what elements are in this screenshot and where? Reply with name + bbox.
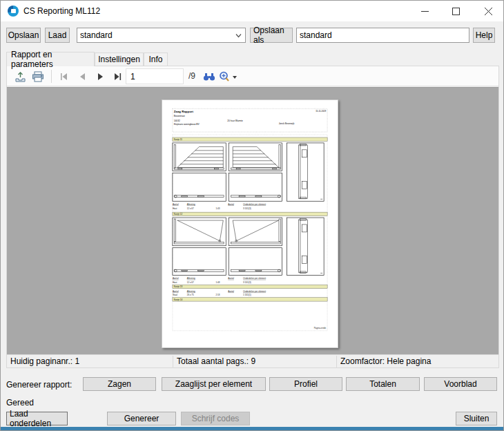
save-button-label: Opslaan: [8, 30, 39, 40]
zaaglijst-button-label: Zaaglijst per element: [175, 379, 252, 389]
report-page-canvas: Zaag Rapport 15-11-2019 Bouwstraat 14032…: [162, 100, 338, 347]
svg-text:1:43: 1:43: [215, 207, 220, 210]
report-project: 20 huur Warmte: [227, 119, 243, 122]
load-button-label: Laad: [48, 30, 67, 40]
schrijf-codes-button: Schrijf codes: [181, 412, 250, 425]
tab-label: Info: [148, 55, 162, 64]
binoculars-icon: [203, 72, 215, 82]
voorblad-button[interactable]: Voorblad: [424, 377, 497, 391]
tab-instellingen[interactable]: Instellingen: [95, 52, 144, 66]
profile-combobox[interactable]: standard: [77, 28, 246, 43]
last-page-button[interactable]: [112, 70, 124, 83]
last-page-icon: [114, 73, 122, 80]
minimize-icon: [421, 8, 429, 15]
window-title: CS Reporting ML112: [23, 1, 100, 21]
svg-text:Hout: Hout: [173, 207, 177, 210]
status-zoom-factor: Zoomfactor: Hele pagina: [337, 355, 498, 367]
next-page-icon: [97, 73, 104, 80]
maximize-button[interactable]: [440, 1, 472, 21]
section-bar-3: Kozijn 13: [173, 285, 327, 288]
svg-text:26 x 75: 26 x 75: [187, 294, 194, 296]
svg-text:Aantal: Aantal: [173, 203, 179, 206]
svg-text:Onderdelen per element: Onderdelen per element: [243, 290, 266, 293]
svg-text:12 x 67: 12 x 67: [187, 281, 194, 284]
svg-text:Hout: Hout: [173, 281, 177, 284]
report-contact: Jorick Beverwijk: [279, 122, 295, 125]
zaaglijst-per-element-button[interactable]: Zaaglijst per element: [162, 377, 266, 391]
summary-table-1: Aantal Afmeting Aantal Onderdelen per el…: [173, 203, 266, 210]
export-button[interactable]: [14, 70, 26, 83]
page-number-input[interactable]: [126, 68, 184, 84]
report-date: 15-11-2019: [316, 110, 326, 113]
section-bar-label: Kozijn 13: [174, 285, 183, 288]
printer-icon: [32, 71, 44, 82]
export-icon: [14, 71, 26, 82]
section-bar-label: Kozijn 14: [174, 298, 183, 301]
zoom-button[interactable]: [218, 70, 239, 83]
minimize-button[interactable]: [409, 1, 440, 21]
chevron-down-icon: [235, 33, 242, 38]
genereer-button-label: Genereer: [124, 414, 159, 423]
profile-name-input[interactable]: [296, 28, 469, 43]
laad-onderdelen-button[interactable]: Laad onderdelen: [6, 412, 68, 425]
totalen-button[interactable]: Totalen: [346, 377, 420, 391]
previous-page-button[interactable]: [76, 70, 88, 83]
section-bar-4: Kozijn 14: [173, 298, 327, 301]
previous-page-icon: [79, 73, 86, 80]
page-total-label: /9: [188, 71, 195, 81]
save-as-button-label: Opslaan als: [253, 26, 289, 45]
close-button[interactable]: [472, 1, 504, 21]
tab-info[interactable]: Info: [144, 52, 168, 66]
first-page-button[interactable]: [58, 70, 70, 83]
laad-onderdelen-label: Laad onderdelen: [10, 409, 64, 428]
svg-text:12 x 67: 12 x 67: [187, 207, 194, 210]
svg-text:Afmeting: Afmeting: [187, 290, 195, 293]
status-total-pages: Totaal aantal pags.: 9: [173, 355, 336, 367]
report-order-no: 14032: [174, 119, 180, 122]
schrijf-codes-label: Schrijf codes: [192, 414, 240, 423]
preview-pane: Zaag Rapport 15-11-2019 Bouwstraat 14032…: [7, 87, 498, 355]
preview-toolbar: /9: [7, 66, 498, 86]
page-header: Zaag Rapport 15-11-2019 Bouwstraat 14032…: [173, 108, 327, 132]
report-title: Zaag Rapport: [174, 110, 194, 113]
load-button[interactable]: Laad: [45, 28, 70, 43]
tab-rapport-en-parameters[interactable]: Rapport en parameters: [6, 52, 95, 66]
svg-text:1:48: 1:48: [215, 281, 220, 284]
section-bar-label: Kozijn 12: [174, 213, 183, 216]
sluiten-button[interactable]: Sluiten: [456, 412, 497, 425]
svg-text:3 D11(3): 3 D11(3): [243, 281, 251, 284]
svg-text:Aantal: Aantal: [228, 277, 234, 280]
profiel-button[interactable]: Profiel: [269, 377, 342, 391]
toolbar-separator: [51, 70, 52, 83]
app-icon: [8, 6, 19, 17]
profile-combobox-value: standard: [80, 30, 113, 40]
preview-statusbar: Huidig paginanr.: 1 Totaal aantal pags.:…: [7, 354, 498, 367]
generate-report-label: Genereer rapport:: [6, 380, 72, 390]
svg-text:Onderdelen per element: Onderdelen per element: [243, 203, 266, 206]
save-button[interactable]: Opslaan: [6, 28, 41, 43]
svg-text:Aantal: Aantal: [173, 290, 179, 293]
zagen-button[interactable]: Zagen: [83, 377, 156, 391]
report-customer: Heijmans woningbouw BV: [174, 123, 200, 126]
svg-text:Staal: Staal: [173, 294, 177, 296]
section-bar-1: Kozijn 11: [173, 137, 327, 141]
svg-text:Afmeting: Afmeting: [187, 277, 195, 280]
svg-text:2:18: 2:18: [215, 294, 220, 296]
help-button[interactable]: Help: [473, 28, 495, 43]
zoom-icon: [219, 71, 238, 83]
app-window: CS Reporting ML112 Opslaan Laad standard…: [0, 0, 504, 431]
tab-label: Instellingen: [98, 55, 140, 64]
find-button[interactable]: [203, 70, 215, 83]
element-drawing-block-1: [173, 143, 324, 201]
genereer-button[interactable]: Genereer: [107, 412, 176, 425]
help-button-label: Help: [476, 30, 493, 40]
report-panel: /9: [6, 66, 499, 368]
tab-label: Rapport en parameters: [11, 50, 90, 69]
svg-text:Aantal: Aantal: [228, 203, 234, 206]
maximize-icon: [452, 8, 460, 15]
next-page-button[interactable]: [94, 70, 106, 83]
section-bar-2: Kozijn 12: [173, 212, 327, 216]
save-as-button[interactable]: Opslaan als: [250, 28, 293, 43]
print-button[interactable]: [32, 70, 44, 83]
profiel-button-label: Profiel: [294, 379, 318, 389]
